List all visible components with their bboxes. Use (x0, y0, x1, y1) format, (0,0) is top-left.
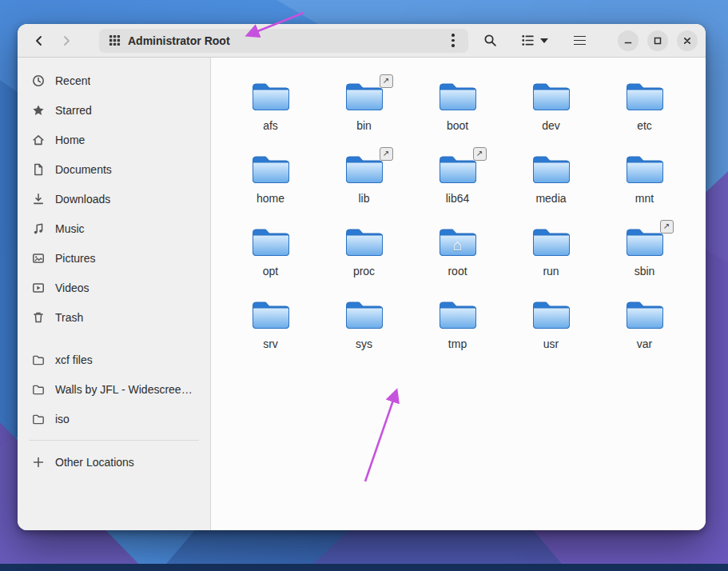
plus-icon (32, 456, 45, 469)
file-item-root[interactable]: ⌂ root (411, 224, 504, 297)
folder-icon: ↗ (623, 224, 666, 261)
folder-outline-icon (32, 383, 45, 396)
search-button[interactable] (476, 27, 503, 54)
sidebar-item-label: Music (55, 222, 85, 235)
file-grid: afs ↗ bin boot dev etc (224, 78, 706, 369)
file-item-bin[interactable]: ↗ bin (317, 78, 411, 151)
view-options-button[interactable] (516, 27, 553, 54)
file-item-etc[interactable]: etc (598, 78, 691, 151)
folder-icon: ↗ (343, 78, 386, 115)
minimize-icon (623, 36, 633, 46)
main-menu-button[interactable] (566, 27, 593, 54)
location-menu-button[interactable] (441, 30, 465, 52)
file-item-home[interactable]: home (224, 151, 317, 224)
sidebar-item-pictures[interactable]: Pictures (24, 243, 204, 273)
music-note-icon (32, 222, 45, 235)
path-bar[interactable]: Administrator Root (99, 29, 468, 53)
folder-icon (530, 297, 573, 333)
list-view-icon (521, 34, 535, 47)
file-item-var[interactable]: var (598, 297, 691, 369)
file-item-usr[interactable]: usr (504, 297, 598, 369)
file-item-lib64[interactable]: ↗ lib64 (411, 151, 504, 224)
video-icon (32, 282, 45, 294)
clock-icon (32, 74, 45, 87)
folder-outline-icon (32, 413, 45, 425)
folder-icon (530, 224, 573, 261)
folder-icon (623, 297, 666, 333)
sidebar-item-label: Pictures (55, 252, 96, 265)
chevron-down-icon (540, 38, 548, 43)
sidebar-item-other-locations[interactable]: Other Locations (24, 447, 204, 477)
file-label: boot (447, 119, 468, 132)
file-label: root (448, 265, 467, 278)
window-content: Recent Starred Home Documents (18, 58, 706, 530)
maximize-button[interactable] (647, 30, 668, 51)
file-label: dev (542, 119, 560, 132)
file-item-mnt[interactable]: mnt (598, 151, 691, 224)
star-icon (32, 104, 45, 117)
minimize-button[interactable] (618, 30, 638, 51)
file-grid-area: afs ↗ bin boot dev etc (211, 58, 706, 530)
file-item-proc[interactable]: proc (317, 224, 411, 297)
file-item-lib[interactable]: ↗ lib (317, 151, 411, 224)
file-item-dev[interactable]: dev (504, 78, 598, 151)
file-item-afs[interactable]: afs (224, 78, 317, 151)
back-button[interactable] (26, 27, 53, 54)
sidebar-item-trash[interactable]: Trash (24, 302, 204, 332)
folder-icon (530, 151, 573, 188)
sidebar-item-iso[interactable]: iso (24, 404, 204, 433)
search-icon (483, 34, 497, 47)
folder-icon (249, 78, 292, 115)
sidebar-item-xcf-files[interactable]: xcf files (24, 345, 204, 374)
folder-outline-icon (32, 353, 45, 366)
file-item-opt[interactable]: opt (224, 224, 317, 297)
sidebar-item-starred[interactable]: Starred (24, 95, 204, 125)
forward-button[interactable] (53, 27, 80, 54)
folder-icon (249, 297, 292, 333)
sidebar-item-walls-by-jfl[interactable]: Walls by JFL - Widescreen (... (24, 374, 204, 404)
file-label: lib64 (446, 192, 470, 205)
folder-icon (249, 224, 292, 261)
close-icon (682, 36, 692, 46)
sidebar-item-videos[interactable]: Videos (24, 273, 204, 302)
sidebar-item-label: Starred (55, 104, 92, 117)
sidebar-item-music[interactable]: Music (24, 214, 204, 243)
file-label: sbin (635, 265, 655, 278)
file-item-media[interactable]: media (504, 151, 598, 224)
folder-icon (623, 78, 666, 115)
sidebar-item-recent[interactable]: Recent (24, 66, 204, 95)
sidebar-item-home[interactable]: Home (24, 125, 204, 154)
file-item-boot[interactable]: boot (411, 78, 504, 151)
kebab-menu-icon (452, 34, 454, 46)
sidebar-item-label: iso (55, 413, 70, 425)
file-label: etc (637, 119, 652, 132)
file-label: sys (356, 337, 372, 350)
wallpaper-bottom-strip (0, 564, 728, 571)
file-item-sbin[interactable]: ↗ sbin (598, 224, 691, 297)
chevron-left-icon (33, 34, 46, 47)
file-label: tmp (448, 337, 467, 350)
file-label: var (637, 337, 652, 350)
folder-icon: ↗ (343, 151, 386, 188)
folder-icon (343, 297, 386, 333)
file-item-srv[interactable]: srv (224, 297, 317, 369)
hamburger-menu-icon (574, 36, 586, 45)
file-label: lib (358, 192, 369, 205)
file-label: mnt (635, 192, 654, 205)
headerbar: Administrator Root (18, 24, 706, 58)
file-item-sys[interactable]: sys (317, 297, 411, 369)
picture-icon (32, 252, 45, 265)
sidebar-item-documents[interactable]: Documents (24, 154, 204, 184)
symlink-emblem-icon: ↗ (380, 74, 393, 88)
close-button[interactable] (677, 30, 698, 51)
sidebar-item-downloads[interactable]: Downloads (24, 184, 204, 214)
current-location-label: Administrator Root (128, 34, 441, 47)
folder-icon: ↗ (436, 151, 479, 188)
symlink-emblem-icon: ↗ (473, 147, 487, 161)
grid-location-icon (109, 34, 121, 46)
home-icon (32, 134, 45, 146)
file-item-tmp[interactable]: tmp (411, 297, 504, 369)
folder-icon (436, 297, 479, 333)
file-label: afs (263, 119, 278, 132)
file-item-run[interactable]: run (504, 224, 598, 297)
